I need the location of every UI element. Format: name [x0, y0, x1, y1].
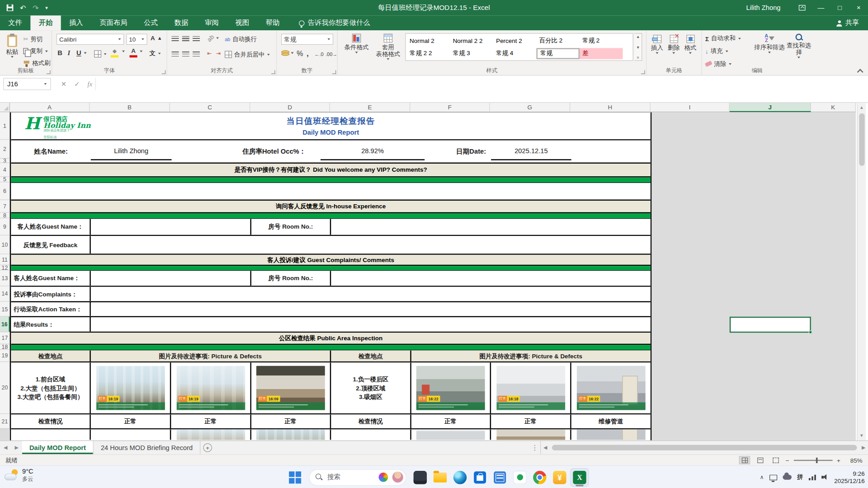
row-header[interactable]: 18 — [0, 344, 10, 350]
format-painter-button[interactable]: 格式刷 — [23, 59, 50, 67]
italic-button[interactable]: I — [67, 49, 70, 57]
minimize-button[interactable]: — — [811, 0, 830, 15]
customize-qat-icon[interactable]: ▾ — [45, 5, 48, 10]
column-header[interactable]: I — [651, 103, 730, 112]
redo-icon[interactable]: ↷ — [33, 4, 38, 12]
row-header[interactable]: 12 — [0, 265, 10, 270]
inspection-photo[interactable] — [576, 429, 645, 440]
grow-font-button[interactable]: A▲ — [151, 35, 162, 42]
status-cell[interactable]: 正常 — [91, 414, 171, 428]
restore-button[interactable]: □ — [830, 0, 849, 15]
clock[interactable]: 9:26 2025/12/16 — [834, 470, 864, 484]
font-dialog-launcher-icon[interactable] — [162, 70, 166, 74]
tab-insert[interactable]: 插入 — [61, 15, 91, 30]
tab-file[interactable]: 文件 — [0, 15, 30, 30]
zoom-out-button[interactable]: − — [786, 457, 789, 464]
style-chip[interactable]: 常规 4 — [493, 48, 537, 59]
percent-style-button[interactable]: % — [297, 49, 303, 57]
select-all-corner[interactable] — [0, 103, 10, 112]
font-color-dropdown[interactable] — [140, 50, 143, 52]
merge-center-button[interactable]: 合并后居中 — [225, 50, 270, 58]
hscroll-thumb[interactable] — [552, 445, 857, 450]
info-row[interactable]: 姓名Name: Lilith Zhong 住房率Hotel Occ%： 28.9… — [11, 141, 650, 164]
tab-data[interactable]: 数据 — [166, 15, 196, 30]
conditional-formatting-button[interactable]: 条件格式 — [342, 34, 371, 54]
row-header[interactable]: 3 — [0, 159, 10, 163]
taskbar-excel[interactable]: X — [570, 468, 589, 487]
page-break-view-button[interactable] — [770, 456, 781, 464]
column-header[interactable]: F — [410, 103, 490, 112]
taskbar-store[interactable] — [471, 468, 490, 487]
ribbon-display-options-icon[interactable] — [793, 0, 811, 15]
align-right-icon[interactable] — [193, 52, 200, 57]
column-header[interactable]: E — [330, 103, 410, 112]
zoom-in-button[interactable]: + — [837, 457, 840, 464]
guest-name-input-cell[interactable] — [91, 271, 251, 286]
sort-filter-button[interactable]: AZ 排序和筛选 — [754, 34, 785, 54]
style-chip[interactable]: 常规 2 — [580, 35, 623, 46]
enter-icon[interactable]: ✓ — [74, 80, 80, 88]
inspection-photo[interactable]: 打卡16:22 — [576, 366, 645, 410]
paste-button[interactable]: 粘贴 — [3, 35, 21, 58]
column-header[interactable]: G — [490, 103, 571, 112]
decrease-decimal-button[interactable]: .00→ — [326, 52, 337, 57]
taskbar-calculator[interactable] — [491, 468, 509, 487]
clipboard-dialog-launcher-icon[interactable] — [47, 70, 51, 74]
wrap-text-button[interactable]: ab自动换行 — [225, 35, 257, 43]
normal-view-button[interactable] — [739, 456, 750, 464]
name-box[interactable]: J16 — [3, 78, 51, 90]
font-size-select[interactable]: 10 — [126, 34, 147, 45]
row-header[interactable]: 15 — [0, 302, 10, 317]
cloud-icon[interactable] — [783, 475, 792, 480]
row-header[interactable]: 11 — [0, 254, 10, 265]
fill-handle[interactable] — [809, 330, 812, 333]
account-name[interactable]: Lilith Zhong — [746, 4, 781, 12]
horizontal-scrollbar[interactable]: ◀ ▶ — [540, 441, 868, 454]
sheet-nav-right-icon[interactable]: ▶ — [11, 441, 22, 454]
tab-page-layout[interactable]: 页面布局 — [91, 15, 136, 30]
copy-button[interactable]: 复制 — [23, 47, 48, 55]
tab-home[interactable]: 开始 — [30, 15, 61, 30]
section-vip[interactable]: 是否有VIP接待？有何建议？ Did You welcome any VIP? … — [11, 164, 650, 178]
status-cell[interactable]: 维修管道 — [571, 414, 651, 428]
column-header[interactable]: D — [250, 103, 330, 112]
network-icon[interactable] — [809, 474, 816, 480]
taskbar-file-explorer[interactable] — [431, 468, 450, 487]
row-header[interactable]: 1 — [0, 112, 10, 140]
row-header[interactable]: 8 — [0, 213, 10, 218]
active-cell-J16[interactable] — [730, 317, 811, 333]
row-header[interactable]: 14 — [0, 286, 10, 302]
room-no-input-cell[interactable] — [331, 271, 651, 286]
taskbar-app-green[interactable] — [510, 468, 529, 487]
accounting-format-button[interactable] — [281, 50, 294, 56]
hscroll-left-icon[interactable]: ◀ — [541, 445, 550, 450]
align-middle-icon[interactable] — [182, 36, 189, 42]
format-as-table-button[interactable]: 套用 表格格式 — [373, 34, 403, 61]
section-complaints[interactable]: 客人投诉/建议 Guest Complaints/ Comments — [11, 255, 650, 266]
inspection-photo[interactable] — [176, 429, 245, 440]
weather-widget[interactable]: 9°C 多云 — [5, 468, 33, 483]
insert-cells-button[interactable]: 插入 — [650, 35, 665, 54]
inspection-photo[interactable] — [496, 429, 565, 440]
cut-button[interactable]: ✂剪切 — [23, 35, 42, 43]
zoom-slider[interactable] — [793, 460, 832, 460]
vip-answer-cell[interactable] — [11, 183, 650, 201]
tab-review[interactable]: 审阅 — [197, 15, 227, 30]
orientation-button[interactable]: ab — [207, 35, 219, 42]
align-top-icon[interactable] — [172, 36, 179, 42]
row-header[interactable]: 6 — [0, 183, 10, 200]
row-header[interactable]: 9 — [0, 218, 10, 235]
hscroll-right-icon[interactable]: ▶ — [859, 445, 868, 450]
align-center-icon[interactable] — [182, 52, 189, 57]
room-no-input-cell[interactable] — [331, 219, 651, 235]
inspection-photo[interactable]: 打卡16:18 — [496, 366, 565, 410]
scroll-thumb[interactable] — [859, 113, 864, 166]
style-chip[interactable]: 常规 2 2 — [407, 48, 450, 59]
align-bottom-icon[interactable] — [193, 36, 200, 42]
status-cell[interactable]: 正常 — [491, 414, 571, 428]
ime-indicator[interactable]: 拼 — [797, 473, 803, 481]
row-header[interactable]: 21 — [0, 414, 10, 429]
undo-icon[interactable]: ↶ — [20, 4, 26, 12]
increase-decimal-button[interactable]: ←.0 — [315, 52, 324, 57]
style-chip[interactable]: Normal 2 2 — [450, 35, 494, 46]
